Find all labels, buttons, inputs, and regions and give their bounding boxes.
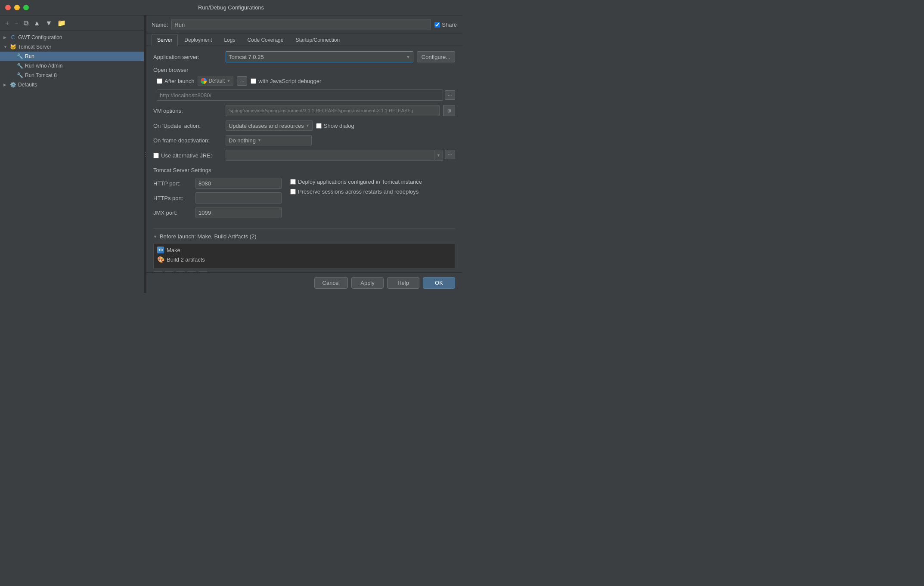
tab-code-coverage[interactable]: Code Coverage [242, 34, 289, 46]
use-alt-jre-text: Use alternative JRE: [161, 152, 212, 159]
ports-deploy-row: HTTP port: HTTPs port: JMX port: [153, 178, 455, 222]
share-checkbox[interactable] [434, 22, 440, 28]
jre-row: Use alternative JRE: ▼ ··· [153, 150, 455, 161]
on-frame-value: Do nothing [229, 137, 256, 144]
build-artifacts-label: Build 2 artifacts [167, 256, 205, 263]
use-alt-jre-label[interactable]: Use alternative JRE: [153, 152, 222, 159]
cancel-button[interactable]: Cancel [314, 277, 348, 289]
close-button[interactable] [5, 5, 11, 10]
help-button[interactable]: Help [387, 277, 419, 289]
run-config-icon: 🔧 [16, 53, 23, 60]
use-alt-jre-checkbox[interactable] [153, 153, 159, 158]
url-row: ··· [153, 89, 455, 101]
sidebar-item-run-wo-admin[interactable]: 🔧 Run w/no Admin [0, 61, 144, 71]
deploy-check-label[interactable]: Deploy applications configured in Tomcat… [290, 179, 455, 185]
after-launch-checkbox[interactable] [157, 78, 162, 84]
vm-options-label: VM options: [153, 108, 222, 114]
title-bar: Run/Debug Configurations [0, 0, 462, 15]
make-icon: 10 [157, 247, 164, 253]
before-launch-items: 10 Make 🎨 Build 2 artifacts [153, 243, 455, 269]
preserve-sessions-text: Preserve sessions across restarts and re… [298, 188, 419, 195]
tab-startup-connection[interactable]: Startup/Connection [290, 34, 345, 46]
window-controls[interactable] [5, 5, 29, 10]
jmx-port-row: JMX port: [153, 207, 282, 218]
tree-arrow: ▶ [3, 83, 9, 87]
sidebar-item-label: Run w/no Admin [25, 63, 62, 69]
make-item[interactable]: 10 Make [157, 245, 451, 255]
browser-select[interactable]: Default ▼ [198, 76, 233, 86]
jmx-port-input[interactable] [195, 207, 282, 218]
remove-config-button[interactable]: − [12, 19, 20, 28]
show-dialog-checkbox[interactable] [316, 123, 322, 129]
ok-button[interactable]: OK [423, 277, 455, 289]
apply-button[interactable]: Apply [351, 277, 384, 289]
vm-options-input[interactable] [226, 105, 440, 116]
make-item-label: Make [167, 247, 180, 253]
sidebar-item-run[interactable]: 🔧 Run [0, 52, 144, 61]
app-server-select[interactable]: Tomcat 7.0.25 ▼ [226, 51, 413, 62]
url-input[interactable] [157, 89, 443, 101]
configure-button[interactable]: Configure... [417, 51, 455, 62]
maximize-button[interactable] [23, 5, 29, 10]
name-input[interactable] [171, 19, 431, 30]
preserve-sessions-checkbox[interactable] [290, 189, 296, 194]
jmx-port-label: JMX port: [153, 210, 192, 216]
https-port-input[interactable] [195, 192, 282, 204]
folder-button[interactable]: 📁 [56, 18, 68, 28]
add-config-button[interactable]: + [3, 19, 11, 28]
tomcat-icon: 🐱 [9, 43, 16, 50]
chevron-down-icon: ▼ [306, 123, 310, 128]
preserve-sessions-label[interactable]: Preserve sessions across restarts and re… [290, 188, 455, 195]
tabs-bar: Server Deployment Logs Code Coverage Sta… [146, 34, 462, 46]
build-artifacts-icon: 🎨 [157, 256, 164, 263]
after-launch-checkbox-label[interactable]: After launch [157, 78, 194, 84]
sidebar-item-tomcat-server[interactable]: ▼ 🐱 Tomcat Server [0, 42, 144, 52]
before-launch-title: Before launch: Make, Build Artifacts (2) [160, 233, 257, 240]
https-port-label: HTTPs port: [153, 195, 192, 201]
js-debugger-checkbox[interactable] [251, 78, 256, 84]
js-debugger-checkbox-label[interactable]: with JavaScript debugger [251, 78, 321, 84]
on-update-label: On 'Update' action: [153, 123, 222, 129]
on-update-select[interactable]: Update classes and resources ▼ [226, 120, 313, 131]
http-port-input[interactable] [195, 178, 282, 189]
show-dialog-text: Show dialog [324, 123, 354, 129]
tab-logs[interactable]: Logs [218, 34, 241, 46]
chevron-down-icon[interactable]: ▼ [153, 234, 157, 239]
browser-ellipsis-button[interactable]: ··· [237, 76, 247, 86]
move-up-button[interactable]: ▲ [32, 19, 42, 28]
main-panel: Name: Share Server Deployment Logs Code … [146, 15, 462, 293]
jre-input[interactable] [226, 150, 434, 161]
open-browser-row: After launch Default ▼ ··· with JavaScri… [153, 76, 455, 86]
on-update-row: On 'Update' action: Update classes and r… [153, 120, 455, 131]
show-dialog-label[interactable]: Show dialog [316, 123, 354, 129]
chevron-down-icon: ▼ [406, 55, 410, 59]
run-tomcat8-icon: 🔧 [16, 72, 23, 79]
https-port-row: HTTPs port: [153, 192, 282, 204]
after-launch-label: After launch [164, 78, 194, 84]
vm-expand-button[interactable]: ⊞ [443, 105, 455, 116]
sidebar-item-run-tomcat8[interactable]: 🔧 Run Tomcat 8 [0, 71, 144, 80]
ports-column: HTTP port: HTTPs port: JMX port: [153, 178, 282, 222]
sidebar: + − ⧉ ▲ ▼ 📁 ▶ C GWT Configuration ▼ 🐱 To… [0, 15, 144, 293]
deploy-checkbox[interactable] [290, 179, 296, 185]
minimize-button[interactable] [14, 5, 20, 10]
sidebar-item-label: Run [25, 53, 34, 59]
sidebar-item-label: Tomcat Server [18, 44, 51, 50]
sidebar-item-label: Defaults [18, 82, 37, 88]
jre-arrow-button[interactable]: ▼ [434, 150, 443, 161]
copy-config-button[interactable]: ⧉ [22, 19, 30, 28]
move-down-button[interactable]: ▼ [44, 19, 54, 28]
on-frame-row: On frame deactivation: Do nothing ▼ [153, 135, 455, 145]
on-frame-select[interactable]: Do nothing ▼ [226, 135, 312, 145]
share-area: Share [434, 22, 457, 28]
build-artifacts-item[interactable]: 🎨 Build 2 artifacts [157, 255, 451, 264]
tab-server[interactable]: Server [152, 34, 178, 46]
main-content: + − ⧉ ▲ ▼ 📁 ▶ C GWT Configuration ▼ 🐱 To… [0, 15, 462, 293]
url-ellipsis-button[interactable]: ··· [445, 90, 455, 100]
sidebar-item-defaults[interactable]: ▶ ⚙️ Defaults [0, 80, 144, 89]
sidebar-item-gwt-config[interactable]: ▶ C GWT Configuration [0, 33, 144, 42]
browser-chevron-icon: ▼ [226, 79, 230, 83]
tab-deployment[interactable]: Deployment [179, 34, 217, 46]
share-label: Share [442, 22, 457, 28]
jre-ellipsis-button[interactable]: ··· [445, 150, 455, 159]
